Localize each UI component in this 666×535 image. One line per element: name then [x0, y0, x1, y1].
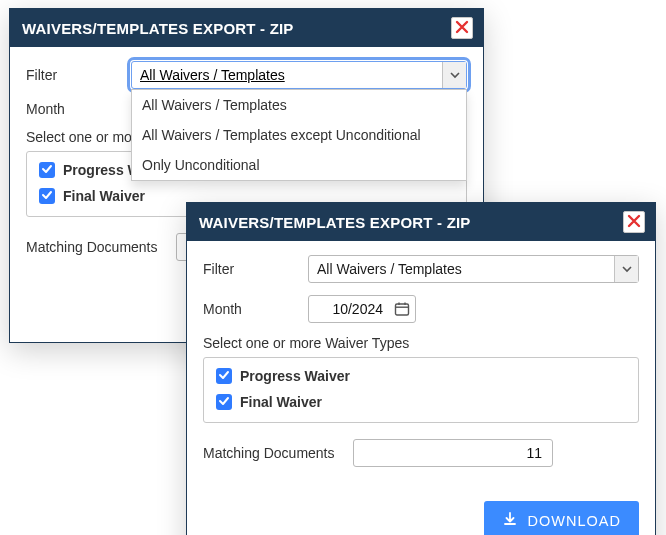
titlebar: WAIVERS/TEMPLATES EXPORT - ZIP — [10, 9, 483, 47]
filter-selected-value: All Waivers / Templates — [309, 256, 614, 282]
titlebar: WAIVERS/TEMPLATES EXPORT - ZIP — [187, 203, 655, 241]
check-icon — [41, 188, 53, 204]
month-field[interactable] — [308, 295, 416, 323]
filter-select[interactable]: All Waivers / Templates — [308, 255, 639, 283]
export-dialog: WAIVERS/TEMPLATES EXPORT - ZIP Filter Al… — [186, 202, 656, 535]
waiver-types-box: Progress Waiver Final Waiver — [203, 357, 639, 423]
calendar-icon[interactable] — [389, 296, 415, 322]
month-input[interactable] — [309, 296, 389, 322]
close-icon — [627, 214, 641, 231]
filter-option[interactable]: All Waivers / Templates except Unconditi… — [132, 120, 466, 150]
filter-row: Filter All Waivers / Templates — [203, 255, 639, 283]
month-label: Month — [203, 301, 308, 317]
filter-select[interactable]: All Waivers / Templates All Waivers / Te… — [131, 61, 467, 89]
filter-option[interactable]: Only Unconditional — [132, 150, 466, 180]
final-waiver-row: Final Waiver — [216, 394, 626, 410]
progress-waiver-checkbox[interactable] — [39, 162, 55, 178]
progress-waiver-row: Progress Waiver — [216, 368, 626, 384]
final-waiver-label: Final Waiver — [240, 394, 322, 410]
check-icon — [218, 368, 230, 384]
filter-option[interactable]: All Waivers / Templates — [132, 90, 466, 120]
download-icon — [502, 511, 518, 530]
month-label: Month — [26, 101, 131, 117]
matching-documents-row: Matching Documents — [203, 439, 639, 467]
dialog-body: Filter All Waivers / Templates Month Sel… — [187, 241, 655, 485]
filter-dropdown: All Waivers / Templates All Waivers / Te… — [131, 89, 467, 181]
download-label: DOWNLOAD — [528, 513, 621, 529]
matching-documents-label: Matching Documents — [26, 239, 176, 255]
final-waiver-label: Final Waiver — [63, 188, 145, 204]
chevron-down-icon[interactable] — [614, 256, 638, 282]
chevron-down-icon[interactable] — [442, 62, 466, 88]
final-waiver-checkbox[interactable] — [216, 394, 232, 410]
check-icon — [41, 162, 53, 178]
download-button[interactable]: DOWNLOAD — [484, 501, 639, 535]
dialog-title: WAIVERS/TEMPLATES EXPORT - ZIP — [199, 214, 471, 231]
filter-selected-value: All Waivers / Templates — [132, 62, 442, 88]
waiver-types-label: Select one or more Waiver Types — [203, 335, 639, 351]
dialog-title: WAIVERS/TEMPLATES EXPORT - ZIP — [22, 20, 294, 37]
close-button[interactable] — [623, 211, 645, 233]
filter-label: Filter — [203, 261, 308, 277]
close-icon — [455, 20, 469, 37]
matching-documents-label: Matching Documents — [203, 445, 353, 461]
check-icon — [218, 394, 230, 410]
matching-documents-field[interactable] — [353, 439, 553, 467]
close-button[interactable] — [451, 17, 473, 39]
filter-label: Filter — [26, 67, 131, 83]
progress-waiver-checkbox[interactable] — [216, 368, 232, 384]
month-row: Month — [203, 295, 639, 323]
final-waiver-checkbox[interactable] — [39, 188, 55, 204]
filter-row: Filter All Waivers / Templates All Waive… — [26, 61, 467, 89]
dialog-footer: DOWNLOAD — [187, 485, 655, 535]
progress-waiver-label: Progress Waiver — [240, 368, 350, 384]
svg-rect-0 — [396, 304, 409, 315]
